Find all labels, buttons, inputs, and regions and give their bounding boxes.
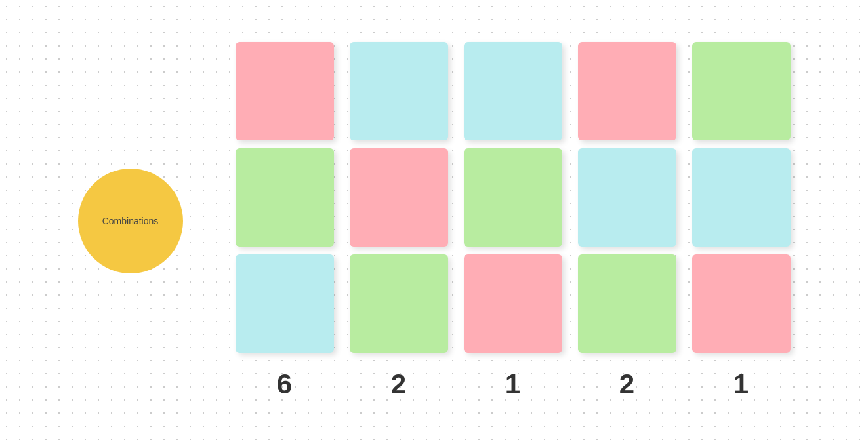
combinations-circle: Combinations: [78, 169, 183, 273]
column-3: 1: [464, 42, 562, 400]
cards-stack-3: [464, 42, 562, 353]
card-col4-row1: [578, 42, 676, 140]
card-col5-row3: [692, 254, 791, 353]
cards-stack-4: [578, 42, 676, 353]
card-col1-row1: [236, 42, 334, 140]
card-col3-row3: [464, 254, 562, 353]
column-count-4: 2: [619, 369, 634, 400]
column-5: 1: [692, 42, 791, 400]
column-count-3: 1: [505, 369, 520, 400]
column-count-1: 6: [277, 369, 292, 400]
card-col2-row3: [350, 254, 448, 353]
card-col2-row2: [350, 148, 448, 247]
card-col1-row2: [236, 148, 334, 247]
column-count-2: 2: [391, 369, 406, 400]
card-col5-row2: [692, 148, 791, 247]
card-col4-row2: [578, 148, 676, 247]
cards-stack-5: [692, 42, 791, 353]
column-4: 2: [578, 42, 676, 400]
column-count-5: 1: [734, 369, 749, 400]
card-col5-row1: [692, 42, 791, 140]
combinations-label: Combinations: [102, 216, 159, 226]
card-col2-row1: [350, 42, 448, 140]
card-col4-row3: [578, 254, 676, 353]
card-col3-row2: [464, 148, 562, 247]
card-col3-row1: [464, 42, 562, 140]
cards-stack-2: [350, 42, 448, 353]
column-1: 6: [236, 42, 334, 400]
column-2: 2: [350, 42, 448, 400]
card-col1-row3: [236, 254, 334, 353]
cards-stack-1: [236, 42, 334, 353]
columns-container: 62121: [236, 42, 791, 400]
main-container: Combinations 62121: [0, 0, 868, 442]
